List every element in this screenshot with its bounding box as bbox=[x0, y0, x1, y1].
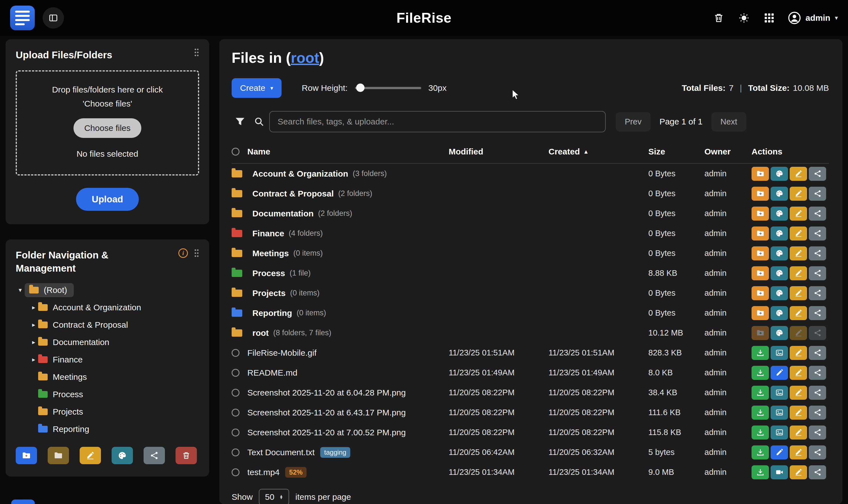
slider-knob[interactable] bbox=[356, 84, 365, 92]
folder-move-button[interactable] bbox=[752, 306, 769, 320]
rename-button[interactable] bbox=[790, 406, 807, 420]
palette-button[interactable] bbox=[771, 306, 788, 320]
palette-button[interactable] bbox=[771, 326, 788, 340]
delete-folder-button[interactable] bbox=[176, 447, 197, 464]
row-name[interactable]: README.md bbox=[247, 368, 297, 378]
download-button[interactable] bbox=[752, 346, 769, 360]
prev-page-button[interactable]: Prev bbox=[616, 112, 651, 131]
rename-button[interactable] bbox=[790, 266, 807, 280]
row-name[interactable]: Contract & Proposal bbox=[252, 189, 334, 198]
share-button[interactable] bbox=[809, 406, 826, 420]
drag-handle-icon[interactable] bbox=[194, 249, 199, 257]
share-button[interactable] bbox=[809, 167, 826, 181]
share-button[interactable] bbox=[809, 306, 826, 320]
folder-row[interactable]: Finance(4 folders)0 Bytesadmin bbox=[232, 223, 829, 243]
image-button[interactable] bbox=[771, 406, 788, 420]
row-name[interactable]: test.mp4 bbox=[247, 468, 280, 477]
rename-button[interactable] bbox=[790, 346, 807, 360]
root-folder-link[interactable]: root bbox=[291, 50, 319, 66]
file-row[interactable]: Screenshot 2025-11-20 at 6.43.17 PM.png1… bbox=[232, 402, 829, 422]
rename-button[interactable] bbox=[790, 206, 807, 221]
row-checkbox[interactable] bbox=[232, 349, 240, 357]
caret-right-icon[interactable]: ▸ bbox=[29, 321, 38, 328]
row-name[interactable]: Account & Organization bbox=[252, 169, 348, 179]
file-row[interactable]: FileRise-Mobile.gif11/23/25 01:51AM11/23… bbox=[232, 343, 829, 363]
apps-grid-button[interactable] bbox=[762, 11, 776, 25]
rename-button[interactable] bbox=[790, 246, 807, 260]
folder-move-button[interactable] bbox=[752, 206, 769, 221]
move-folder-button[interactable] bbox=[48, 447, 69, 464]
search-input[interactable] bbox=[269, 111, 606, 132]
caret-right-icon[interactable]: ▸ bbox=[29, 339, 38, 346]
rename-folder-button[interactable] bbox=[80, 447, 101, 464]
share-button[interactable] bbox=[809, 326, 826, 340]
row-name[interactable]: Reporting bbox=[252, 308, 292, 318]
rename-button[interactable] bbox=[790, 366, 807, 380]
row-checkbox[interactable] bbox=[232, 468, 240, 476]
rename-button[interactable] bbox=[790, 426, 807, 439]
tree-item[interactable]: Process bbox=[16, 386, 199, 403]
row-name[interactable]: Projects bbox=[252, 288, 285, 298]
folder-move-button[interactable] bbox=[752, 286, 769, 300]
share-button[interactable] bbox=[809, 187, 826, 201]
folder-move-button[interactable] bbox=[752, 187, 769, 201]
tree-item-root[interactable]: ▾ (Root) bbox=[16, 282, 199, 299]
rename-button[interactable] bbox=[790, 286, 807, 300]
info-icon[interactable]: i bbox=[178, 248, 188, 258]
theme-toggle-button[interactable] bbox=[737, 11, 751, 25]
video-button[interactable] bbox=[771, 465, 788, 479]
row-name[interactable]: Screenshot 2025-11-20 at 7.00.52 PM.png bbox=[247, 428, 406, 437]
choose-files-button[interactable]: Choose files bbox=[73, 118, 141, 138]
download-button[interactable] bbox=[752, 426, 769, 439]
folder-move-button[interactable] bbox=[752, 227, 769, 240]
image-button[interactable] bbox=[771, 346, 788, 360]
file-row[interactable]: Text Document.txttagging11/20/25 06:42AM… bbox=[232, 442, 829, 462]
share-button[interactable] bbox=[809, 266, 826, 280]
folder-row[interactable]: Account & Organization(3 folders)0 Bytes… bbox=[232, 164, 829, 184]
pencil-button[interactable] bbox=[771, 445, 788, 460]
layout-toggle-button[interactable] bbox=[42, 7, 64, 29]
rename-button[interactable] bbox=[790, 306, 807, 320]
row-name[interactable]: Meetings bbox=[252, 249, 289, 258]
download-button[interactable] bbox=[752, 465, 769, 479]
pencil-button[interactable] bbox=[771, 366, 788, 380]
share-folder-button[interactable] bbox=[144, 447, 165, 464]
folder-move-button[interactable] bbox=[752, 167, 769, 181]
trash-button[interactable] bbox=[712, 11, 725, 25]
drag-handle-icon[interactable] bbox=[194, 48, 199, 57]
row-checkbox[interactable] bbox=[232, 409, 240, 416]
palette-button[interactable] bbox=[771, 286, 788, 300]
download-button[interactable] bbox=[752, 366, 769, 380]
palette-button[interactable] bbox=[771, 167, 788, 181]
file-row[interactable]: Screenshot 2025-11-20 at 6.04.28 PM.png1… bbox=[232, 383, 829, 402]
row-height-slider[interactable] bbox=[355, 87, 421, 89]
tree-item[interactable]: ▸Finance bbox=[16, 351, 199, 368]
file-row[interactable]: README.md11/23/25 01:49AM11/23/25 01:49A… bbox=[232, 363, 829, 383]
folder-move-button[interactable] bbox=[752, 326, 769, 340]
rename-button[interactable] bbox=[790, 386, 807, 400]
share-button[interactable] bbox=[809, 366, 826, 380]
row-name[interactable]: root bbox=[252, 328, 269, 338]
share-button[interactable] bbox=[809, 227, 826, 240]
download-button[interactable] bbox=[752, 386, 769, 400]
rename-button[interactable] bbox=[790, 167, 807, 181]
tree-item[interactable]: Meetings bbox=[16, 368, 199, 386]
column-created[interactable]: Created ▲ bbox=[548, 147, 648, 157]
row-checkbox[interactable] bbox=[232, 429, 240, 436]
row-name[interactable]: Finance bbox=[252, 229, 284, 238]
share-button[interactable] bbox=[809, 206, 826, 221]
folder-row[interactable]: Reporting(0 items)0 Bytesadmin bbox=[232, 303, 829, 323]
palette-button[interactable] bbox=[771, 246, 788, 260]
file-row[interactable]: Screenshot 2025-11-20 at 7.00.52 PM.png1… bbox=[232, 422, 829, 442]
tree-item[interactable]: Reporting bbox=[16, 420, 199, 438]
caret-right-icon[interactable]: ▸ bbox=[29, 356, 38, 363]
create-folder-button[interactable] bbox=[16, 447, 37, 464]
user-menu[interactable]: admin ▾ bbox=[788, 11, 838, 25]
column-size[interactable]: Size bbox=[648, 147, 704, 157]
select-all-checkbox[interactable] bbox=[232, 148, 240, 156]
items-per-page-select[interactable]: 50 ▲▼ bbox=[259, 489, 289, 504]
row-name[interactable]: Process bbox=[252, 269, 285, 278]
row-name[interactable]: Documentation bbox=[252, 209, 314, 218]
app-logo[interactable] bbox=[10, 6, 35, 30]
folder-row[interactable]: Contract & Proposal(2 folders)0 Bytesadm… bbox=[232, 184, 829, 203]
